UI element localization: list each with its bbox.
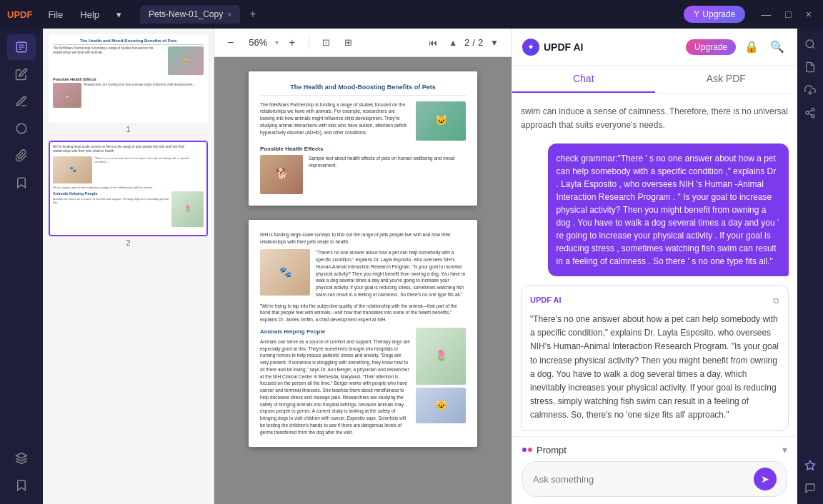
ai-sender-label: UPDF AI [530, 294, 562, 307]
tab-add-button[interactable]: + [244, 6, 261, 23]
titlebar-actions: Y Upgrade — □ × [684, 6, 816, 23]
prompt-area: Prompt ▾ ➤ [512, 436, 797, 504]
ai-message: UPDF AI ⧉ "There's no one answer about h… [521, 285, 789, 431]
page-total: 2 [478, 37, 483, 48]
pdf-page-1: The Health and Mood-Boosting Benefits of… [249, 71, 477, 206]
prompt-label-text: Prompt [537, 445, 567, 455]
ai-logo: ✦ UPDF AI [522, 39, 583, 56]
sidebar-icon-layers[interactable] [7, 445, 36, 471]
upgrade-icon: Y [694, 9, 699, 19]
menu-help[interactable]: Help [73, 6, 106, 23]
context-text: swim can induce a sense of calmness. The… [521, 102, 789, 135]
ai-message-text: "There's no one answer about how a pet c… [530, 313, 779, 423]
svg-point-9 [812, 108, 814, 111]
prompt-dropdown-button[interactable]: ▾ [782, 444, 787, 455]
zoom-display: 56% ▾ [244, 37, 279, 48]
sidebar-icon-edit[interactable] [7, 61, 36, 87]
thumb-img-1: The Health and Mood-Boosting Benefits of… [49, 34, 208, 123]
prompt-dot-purple [522, 448, 527, 452]
thumb-page-num-2: 2 [49, 238, 208, 247]
titlebar: UPDF File Help ▾ Pets-New-01_Copy × + Y … [0, 0, 823, 29]
svg-line-12 [809, 114, 812, 116]
sidebar-icon-bookmark[interactable] [7, 170, 36, 196]
pdf-animals-title: Animals Helping People [260, 328, 410, 336]
right-sidebar [797, 29, 823, 504]
prompt-dots-icon [522, 448, 532, 452]
maximize-button[interactable]: □ [781, 7, 795, 21]
thumb-page-num-1: 1 [49, 125, 208, 133]
svg-point-11 [812, 115, 814, 118]
main-content: The Health and Mood-Boosting Benefits of… [0, 29, 823, 504]
prompt-input[interactable] [533, 474, 749, 485]
toolbar-divider [309, 36, 309, 50]
ai-upgrade-button[interactable]: Upgrade [686, 39, 736, 55]
sidebar-icon-annotate[interactable] [7, 89, 36, 114]
pdf-animals-text: Animals can serve as a source of comfort… [260, 338, 410, 436]
ai-header-actions: Upgrade 🔒 🔍 [686, 37, 787, 56]
ai-header: ✦ UPDF AI Upgrade 🔒 🔍 [512, 29, 797, 66]
thumbnail-panel[interactable]: The Health and Mood-Boosting Benefits of… [43, 29, 214, 504]
user-message: check grammar:"There ' s no one answer a… [548, 143, 789, 276]
svg-point-6 [806, 40, 814, 48]
sidebar-icon-reader[interactable] [7, 34, 36, 60]
ai-search-button[interactable]: 🔍 [767, 37, 787, 56]
pdf-page2-quote: "There's no one answer about how a pet c… [316, 249, 466, 298]
rs-icon-chat[interactable] [800, 478, 820, 498]
first-page-button[interactable]: ⏮ [424, 35, 442, 51]
pdf-toolbar: − 56% ▾ + ⊡ ⊞ ⏮ ▲ 2 / 2 ▼ [214, 29, 512, 57]
pdf-content[interactable]: The Health and Mood-Boosting Benefits of… [214, 57, 512, 504]
send-button[interactable]: ➤ [754, 468, 777, 490]
close-button[interactable]: × [802, 7, 816, 21]
zoom-value: 56% [244, 37, 272, 48]
tab-ask-pdf[interactable]: Ask PDF [655, 66, 798, 93]
menu-dropdown[interactable]: ▾ [109, 6, 129, 23]
tab-name: Pets-New-01_Copy [149, 9, 223, 19]
prompt-header: Prompt ▾ [522, 444, 787, 455]
pdf-page-2: NIH is funding large-scale surveys to fi… [249, 220, 477, 448]
ai-logo-icon: ✦ [522, 39, 539, 56]
tab-close-button[interactable]: × [227, 11, 231, 19]
menu-file[interactable]: File [41, 6, 70, 23]
tab-chat[interactable]: Chat [512, 66, 655, 93]
active-tab[interactable]: Pets-New-01_Copy × [140, 5, 240, 24]
zoom-in-button[interactable]: + [284, 34, 299, 52]
rs-icon-doc[interactable] [800, 57, 820, 77]
pdf-area: − 56% ▾ + ⊡ ⊞ ⏮ ▲ 2 / 2 ▼ [214, 29, 512, 504]
svg-marker-5 [16, 453, 27, 459]
pdf-page2-text1: NIH is funding large-scale surveys to fi… [260, 231, 466, 246]
rs-icon-download[interactable] [800, 80, 820, 100]
rs-icon-ai[interactable] [800, 455, 820, 475]
sidebar-icon-bookmark2[interactable] [7, 473, 36, 498]
pdf-page2-text2: "We're trying to tap into the subjective… [260, 303, 466, 323]
fit-page-button[interactable]: ⊡ [318, 34, 334, 51]
copy-button[interactable]: ⧉ [773, 296, 779, 306]
sidebar-icon-shapes[interactable] [7, 116, 36, 141]
pdf-page-1-header: The Health and Mood-Boosting Benefits of… [260, 83, 466, 96]
svg-point-4 [16, 124, 26, 133]
minimize-button[interactable]: — [757, 7, 775, 21]
rs-icon-share[interactable] [800, 103, 820, 123]
thumbnail-page-2[interactable]: NIH is funding large-scale surveys to fi… [49, 141, 208, 247]
send-icon: ➤ [761, 473, 769, 485]
ai-title: UPDF AI [544, 41, 583, 53]
next-page-button[interactable]: ▼ [486, 35, 503, 51]
pdf-page1-text1: The NIH/Mars Partnership is funding a ra… [260, 101, 410, 141]
ai-lock-button[interactable]: 🔒 [742, 37, 762, 56]
chat-tabs: Chat Ask PDF [512, 66, 797, 94]
sidebar-icon-attach[interactable] [7, 143, 36, 168]
prev-page-button[interactable]: ▲ [444, 35, 462, 51]
upgrade-button[interactable]: Y Upgrade [684, 6, 745, 23]
svg-line-7 [812, 46, 814, 49]
zoom-dropdown-arrow[interactable]: ▾ [275, 39, 279, 46]
ai-panel: ✦ UPDF AI Upgrade 🔒 🔍 Chat Ask PDF swim … [512, 29, 797, 504]
chat-messages[interactable]: swim can induce a sense of calmness. The… [512, 94, 797, 436]
thumbnail-page-1[interactable]: The Health and Mood-Boosting Benefits of… [49, 34, 208, 133]
pdf-section2-title: Possible Health Effects [260, 145, 466, 153]
left-sidebar [0, 29, 43, 504]
rs-icon-search[interactable] [800, 34, 820, 54]
prompt-input-row: ➤ [522, 461, 787, 497]
zoom-out-button[interactable]: − [223, 34, 238, 52]
tab-area: Pets-New-01_Copy × + [140, 5, 672, 24]
ai-message-header: UPDF AI ⧉ [530, 294, 779, 307]
fit-width-button[interactable]: ⊞ [340, 34, 356, 51]
